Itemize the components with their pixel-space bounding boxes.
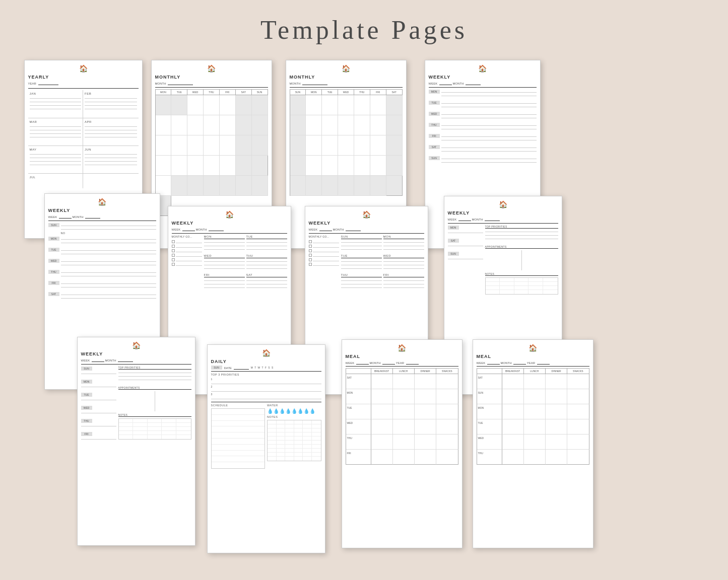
- weekly2-weekmonth: WEEK MONTH: [48, 214, 156, 219]
- weekly3-weekmonth: WEEK MONTH: [172, 227, 287, 231]
- weekly1-weekmonth: WEEK MONTH: [429, 81, 537, 85]
- meal2-title: MEAL: [477, 354, 589, 359]
- home-icon-monthly1: 🏠: [155, 64, 268, 72]
- yearly-grid: JAN FEB MAR APR MAY JUN: [28, 90, 139, 188]
- weekly4-title: WEEKLY: [309, 221, 424, 226]
- monthly1-title: MONTHLY: [155, 75, 268, 80]
- card-meal1: 🏠 MEAL WEEK MONTH YEAR BREAKFAST LUNCH D…: [342, 339, 462, 548]
- daily-top3: TOP 3 PRIORITIES: [211, 373, 321, 376]
- monthly2-calendar: SUN MON TUE WED THU FRI SAT: [290, 89, 403, 196]
- card-meal2: 🏠 MEAL WEEK MONTH YEAR BREAKFAST LUNCH D…: [473, 339, 593, 548]
- monthly1-calendar: MON TUE WED THU FRI SAT SUN: [155, 89, 268, 216]
- card-daily: 🏠 DAILY SUN DATE M T W T F S S TOP 3 PRI…: [207, 344, 325, 553]
- meal1-title: MEAL: [346, 354, 458, 359]
- weekly6-weekmonth: WEEK MONTH: [81, 358, 191, 362]
- home-icon-meal1: 🏠: [346, 344, 458, 352]
- month-label1: MONTH: [155, 81, 268, 85]
- home-icon-weekly3: 🏠: [172, 210, 287, 219]
- weekly5-weekmonth: WEEK MONTH: [448, 217, 558, 221]
- home-icon-meal2: 🏠: [477, 344, 589, 352]
- home-icon-weekly5: 🏠: [448, 200, 558, 208]
- home-icon-daily: 🏠: [211, 349, 321, 357]
- page-title: Template Pages: [260, 15, 468, 45]
- meal2-header: WEEK MONTH YEAR: [477, 360, 589, 365]
- weekly5-layout: MON SAT SUN TOP PRIORITIES APPOINTMENTS …: [448, 225, 558, 295]
- home-icon-weekly4: 🏠: [309, 210, 424, 219]
- weekly5-title: WEEKLY: [448, 210, 558, 215]
- weekly2-title: WEEKLY: [48, 208, 156, 213]
- monthly2-title: MONTHLY: [290, 75, 403, 80]
- weekly6-layout: SUN MON TUE WED THU FRI TOP PRIORITIES A…: [81, 366, 191, 440]
- weekly6-title: WEEKLY: [81, 351, 191, 356]
- daily-title: DAILY: [211, 359, 321, 364]
- home-icon-weekly1: 🏠: [429, 64, 537, 72]
- daily-body: SCHEDULE WATER 💧💧💧💧💧💧💧💧 NO: [211, 404, 321, 469]
- month-label2: MONTH: [290, 81, 403, 85]
- home-icon-yearly: 🏠: [28, 64, 139, 72]
- daily-header: SUN DATE M T W T F S S: [211, 366, 321, 370]
- card-weekly6: 🏠 WEEKLY WEEK MONTH SUN MON TUE WED THU …: [77, 337, 195, 546]
- home-icon-monthly2: 🏠: [290, 64, 403, 72]
- yearly-title: YEARLY: [28, 75, 139, 80]
- weekly4-layout: MONTHLY GO... SUN MON: [309, 235, 424, 288]
- cards-wrapper: 🏠 YEARLY YEAR JAN FEB MAR APR MAY: [22, 60, 707, 553]
- weekly4-weekmonth: WEEK MONTH: [309, 227, 424, 231]
- weekly3-layout: MONTHLY GO... MON TUE: [172, 235, 287, 288]
- year-label: YEAR: [28, 81, 139, 85]
- weekly1-title: WEEKLY: [429, 75, 537, 80]
- meal2-grid: BREAKFAST LUNCH DINNER SNACKS SAT SUN MO…: [477, 368, 589, 465]
- home-icon-weekly6: 🏠: [81, 341, 191, 349]
- home-icon-weekly2: 🏠: [48, 198, 156, 206]
- weekly3-title: WEEKLY: [172, 221, 287, 226]
- meal1-header: WEEK MONTH YEAR: [346, 360, 458, 365]
- meal1-grid: BREAKFAST LUNCH DINNER SNACKS SAT MON TU…: [346, 368, 458, 465]
